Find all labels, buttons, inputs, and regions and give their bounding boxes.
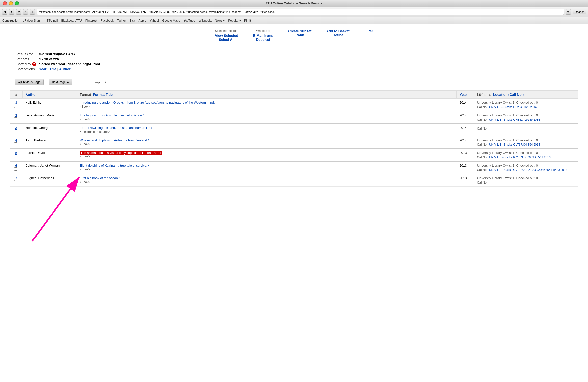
refine-link[interactable]: Refine: [333, 33, 343, 37]
email-items-group: Whole set: E-Mail Items Deselect: [253, 29, 273, 42]
title-cell: Introducing the ancient Greeks : from Br…: [77, 99, 457, 111]
bookmark-yahoo[interactable]: Yahoo!: [150, 19, 159, 22]
call-no-link[interactable]: UNIV LIB--Stacks QH331 .L5285 2014: [489, 118, 540, 121]
bookmark-etsy[interactable]: Etsy: [129, 19, 135, 22]
row-num-link[interactable]: 6: [15, 164, 17, 167]
select-all-link[interactable]: Select All: [219, 38, 235, 42]
view-selected-link[interactable]: View Selected: [215, 34, 238, 38]
col-header-year[interactable]: Year: [457, 91, 474, 99]
reader-button[interactable]: Reader: [573, 10, 586, 14]
format-text: <Book>: [80, 105, 454, 108]
table-row: 7 Hughes, Catherine D.First big book of …: [10, 174, 578, 187]
address-input[interactable]: [37, 9, 564, 15]
row-num-link[interactable]: 4: [15, 138, 17, 142]
row-checkbox[interactable]: [14, 167, 17, 171]
row-checkbox[interactable]: [14, 180, 17, 183]
email-items-link[interactable]: E-Mail Items: [253, 34, 273, 38]
bookmark-youtube[interactable]: YouTube: [184, 19, 195, 22]
rank-link[interactable]: Rank: [295, 33, 304, 37]
title-link[interactable]: Eight dolphins of Katrina : a true tale …: [80, 164, 454, 167]
row-number: 1: [10, 99, 23, 111]
row-num-link[interactable]: 7: [15, 176, 17, 180]
title-link[interactable]: Introducing the ancient Greeks : from Br…: [80, 101, 454, 104]
view-selected-group: Selected records: View Selected Select A…: [215, 29, 238, 42]
back-button[interactable]: ◀: [2, 9, 7, 15]
call-no: Call No.:: [477, 181, 575, 184]
bookmark-news[interactable]: News ▾: [215, 19, 225, 22]
prev-page-button[interactable]: ◀ Previous Page: [15, 79, 44, 85]
row-checkbox[interactable]: [14, 155, 17, 158]
row-number: 6: [10, 161, 23, 174]
call-no-link[interactable]: UNIV LIB--Stacks OVERSZ PZ10.3.C6546265 …: [489, 168, 567, 172]
location-cell: Call No.:: [474, 124, 578, 136]
col-header-author[interactable]: Author: [23, 91, 77, 99]
row-checkbox[interactable]: [14, 105, 17, 108]
bookmark-eraider[interactable]: eRaider Sign-in: [23, 19, 43, 22]
row-checkbox[interactable]: [14, 142, 17, 145]
highlighted-title[interactable]: The animal book : a visual encyclopedia …: [80, 151, 162, 155]
call-no-link[interactable]: UNIV LIB--Stacks DF214 .H26 2014: [489, 105, 537, 109]
table-row: 6 Coleman, Janet Wyman.Eight dolphins of…: [10, 161, 578, 174]
sort-help-icon[interactable]: ?: [32, 62, 36, 66]
reload-button[interactable]: ↻: [16, 9, 21, 15]
row-num-link[interactable]: 3: [15, 126, 17, 130]
row-num-link[interactable]: 1: [15, 101, 17, 105]
bookmark-apple[interactable]: Apple: [139, 19, 146, 22]
row-num-link[interactable]: 5: [15, 151, 17, 155]
bookmark-pinit[interactable]: Pin It: [244, 19, 251, 22]
maximize-button[interactable]: [15, 1, 19, 5]
bookmark-pinterest[interactable]: Pinterest: [85, 19, 97, 22]
bookmark-blackboard[interactable]: BlackboardTTU: [61, 19, 82, 22]
bookmark-ttumail[interactable]: TTUmail: [47, 19, 58, 22]
location-cell: University Library Owns: 1; Checked out:…: [474, 161, 578, 174]
bookmarks-bar: Construction eRaider Sign-in TTUmail Bla…: [0, 17, 588, 24]
deselect-link[interactable]: Deselect: [256, 38, 270, 42]
call-no-link[interactable]: UNIV LIB--Stacks PZ10.3.B87653 A5563 201…: [489, 156, 551, 159]
format-text: <Book>: [80, 180, 454, 184]
create-subset-link[interactable]: Create Subset: [288, 29, 311, 33]
row-checkbox[interactable]: [14, 130, 17, 133]
row-number: 4: [10, 136, 23, 149]
title-cell: Feral : rewilding the land, the sea, and…: [77, 124, 457, 136]
row-number: 7: [10, 174, 23, 187]
basket-group: Add to Basket Refine: [326, 29, 349, 42]
row-checkbox[interactable]: [14, 117, 17, 120]
minimize-button[interactable]: [9, 1, 13, 5]
row-num-link[interactable]: 2: [15, 113, 17, 117]
bookmark-facebook[interactable]: Facebook: [101, 19, 114, 22]
bookmark-construction[interactable]: Construction: [2, 19, 19, 22]
close-button[interactable]: [3, 1, 7, 5]
author-cell: Monbiot, George,: [23, 124, 77, 136]
bookmark-popular[interactable]: Popular ▾: [228, 19, 241, 22]
call-no-link[interactable]: UNIV LIB--Stacks QL737.C4 T64 2014: [489, 143, 540, 146]
title-link[interactable]: Whales and dolphins of Aotearoa New Zeal…: [80, 138, 454, 142]
call-no: Call No.: UNIV LIB--Stacks QL737.C4 T64 …: [477, 143, 575, 146]
title-link[interactable]: First big book of the ocean /: [80, 176, 454, 180]
row-number: 3: [10, 124, 23, 136]
bookmark-wikipedia[interactable]: Wikipedia: [199, 19, 212, 22]
add-tab-button[interactable]: +: [30, 9, 35, 15]
title-link[interactable]: The lagoon : how Aristotle invented scie…: [80, 113, 454, 117]
table-row: 2 Leroi, Armand Marie,The lagoon : how A…: [10, 111, 578, 124]
jump-label: Jump to #: [92, 80, 106, 84]
call-no: Call No.:: [477, 127, 575, 130]
row-number: 2: [10, 111, 23, 124]
location-cell: University Library Owns: 1; Checked out:…: [474, 111, 578, 124]
bookmark-googlemaps[interactable]: Google Maps: [162, 19, 180, 22]
home-button[interactable]: ⌂: [23, 9, 28, 15]
add-to-basket-link[interactable]: Add to Basket: [326, 29, 349, 33]
sort-author-link[interactable]: Author: [59, 67, 71, 71]
sort-year-link[interactable]: Year: [39, 67, 47, 71]
jump-input[interactable]: [111, 79, 123, 85]
filter-link[interactable]: Filter: [365, 29, 373, 33]
title-link[interactable]: Feral : rewilding the land, the sea, and…: [80, 126, 454, 130]
bookmark-twitter[interactable]: Twitter: [117, 19, 126, 22]
results-for-label: Results for: [15, 52, 38, 57]
refresh-button[interactable]: ↺: [566, 9, 571, 15]
svg-line-1: [32, 177, 79, 241]
window-controls[interactable]: [3, 1, 19, 5]
forward-button[interactable]: ▶: [9, 9, 14, 15]
next-page-button[interactable]: Next Page ▶: [49, 79, 72, 85]
sort-title-link[interactable]: Title: [49, 67, 56, 71]
action-bar: Selected records: View Selected Select A…: [0, 24, 588, 44]
